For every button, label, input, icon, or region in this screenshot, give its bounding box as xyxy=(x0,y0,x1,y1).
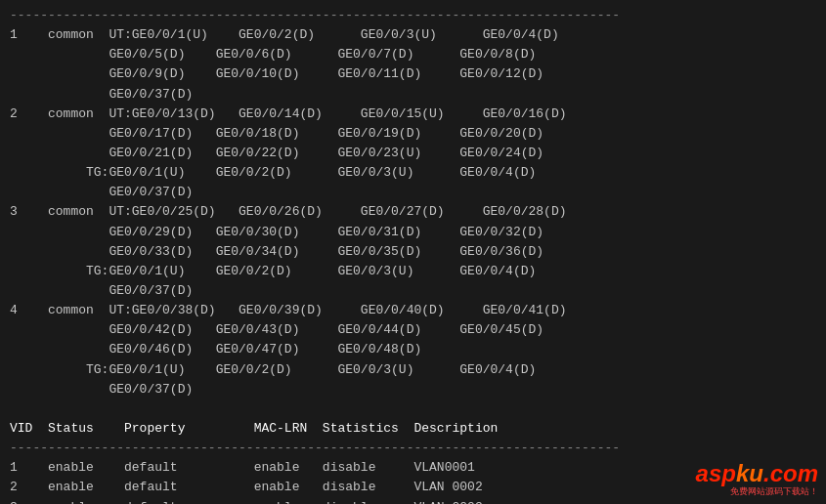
vlan3-row5: GE0/0/37(D) xyxy=(10,281,816,301)
column-header: VID Status Property MAC-LRN Statistics D… xyxy=(10,419,816,439)
vlan2-row1: 2 common UT:GE0/0/13(D) GE0/0/14(D) GE0/… xyxy=(10,105,816,124)
terminal: ----------------------------------------… xyxy=(0,0,826,504)
vlan2-row2: GE0/0/17(D) GE0/0/18(D) GE0/0/19(D) GE0/… xyxy=(10,124,816,144)
vlan3-row4: TG:GE0/0/1(U) GE0/0/2(D) GE0/0/3(U) GE0/… xyxy=(10,262,816,281)
watermark-ku: ku xyxy=(736,460,763,486)
vlan1-row4: GE0/0/37(D) xyxy=(10,85,816,105)
watermark-text: aspku.com xyxy=(696,460,818,487)
vlan4-row5: GE0/0/37(D) xyxy=(10,380,816,399)
vlan1-row1: 1 common UT:GE0/0/1(U) GE0/0/2(D) GE0/0/… xyxy=(10,25,816,45)
vlan4-row3: GE0/0/46(D) GE0/0/47(D) GE0/0/48(D) xyxy=(10,340,816,359)
vlan3-row1: 3 common UT:GE0/0/25(D) GE0/0/26(D) GE0/… xyxy=(10,202,816,222)
watermark-asp: asp xyxy=(696,460,736,486)
blank1 xyxy=(10,399,816,419)
vlan4-row1: 4 common UT:GE0/0/38(D) GE0/0/39(D) GE0/… xyxy=(10,301,816,320)
vlan4-row4: TG:GE0/0/1(U) GE0/0/2(D) GE0/0/3(U) GE0/… xyxy=(10,360,816,380)
vlan1-row2: GE0/0/5(D) GE0/0/6(D) GE0/0/7(D) GE0/0/8… xyxy=(10,45,816,64)
vlan3-row2: GE0/0/29(D) GE0/0/30(D) GE0/0/31(D) GE0/… xyxy=(10,223,816,242)
watermark: aspku.com 免费网站源码下载站！ xyxy=(696,460,818,498)
vlan2-row4: TG:GE0/0/1(U) GE0/0/2(D) GE0/0/3(U) GE0/… xyxy=(10,163,816,183)
divider-top: ----------------------------------------… xyxy=(10,6,816,25)
vlan1-row3: GE0/0/9(D) GE0/0/10(D) GE0/0/11(D) GE0/0… xyxy=(10,64,816,84)
watermark-com: com xyxy=(770,460,818,486)
watermark-dot: . xyxy=(763,460,770,486)
vlan4-row2: GE0/0/42(D) GE0/0/43(D) GE0/0/44(D) GE0/… xyxy=(10,320,816,340)
data-row-3: 3 enable default enable disable VLAN 000… xyxy=(10,498,816,504)
divider-mid: ----------------------------------------… xyxy=(10,439,816,458)
vlan3-row3: GE0/0/33(D) GE0/0/34(D) GE0/0/35(D) GE0/… xyxy=(10,242,816,262)
vlan2-row3: GE0/0/21(D) GE0/0/22(D) GE0/0/23(U) GE0/… xyxy=(10,144,816,163)
vlan2-row5: GE0/0/37(D) xyxy=(10,183,816,202)
